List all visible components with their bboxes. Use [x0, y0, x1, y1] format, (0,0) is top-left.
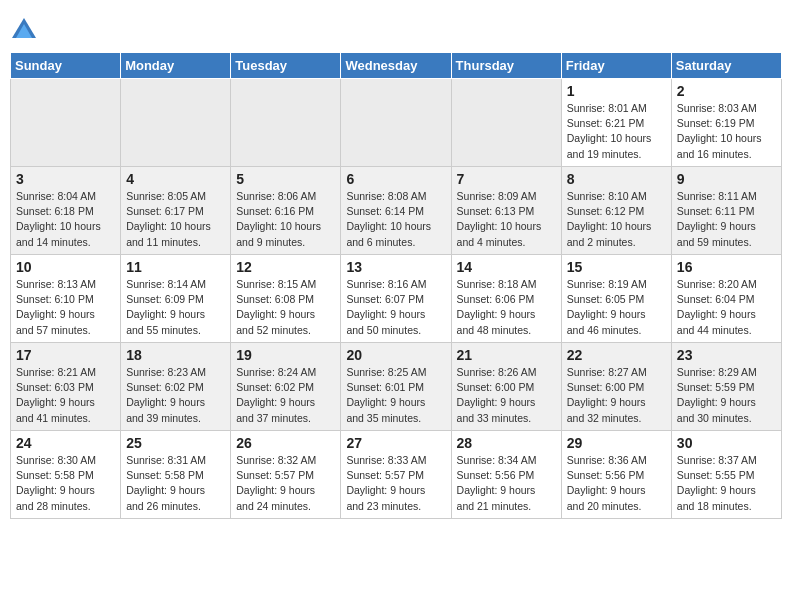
day-info: Sunrise: 8:04 AMSunset: 6:18 PMDaylight:… [16, 189, 115, 250]
day-number: 3 [16, 171, 115, 187]
day-info: Sunrise: 8:36 AMSunset: 5:56 PMDaylight:… [567, 453, 666, 514]
day-number: 28 [457, 435, 556, 451]
day-number: 9 [677, 171, 776, 187]
day-info: Sunrise: 8:08 AMSunset: 6:14 PMDaylight:… [346, 189, 445, 250]
day-number: 16 [677, 259, 776, 275]
calendar-cell: 12Sunrise: 8:15 AMSunset: 6:08 PMDayligh… [231, 255, 341, 343]
day-number: 30 [677, 435, 776, 451]
calendar-cell [11, 79, 121, 167]
day-info: Sunrise: 8:30 AMSunset: 5:58 PMDaylight:… [16, 453, 115, 514]
calendar-cell [451, 79, 561, 167]
calendar-table: SundayMondayTuesdayWednesdayThursdayFrid… [10, 52, 782, 519]
day-info: Sunrise: 8:01 AMSunset: 6:21 PMDaylight:… [567, 101, 666, 162]
calendar-cell: 21Sunrise: 8:26 AMSunset: 6:00 PMDayligh… [451, 343, 561, 431]
calendar-cell: 4Sunrise: 8:05 AMSunset: 6:17 PMDaylight… [121, 167, 231, 255]
calendar-header-row: SundayMondayTuesdayWednesdayThursdayFrid… [11, 53, 782, 79]
day-number: 13 [346, 259, 445, 275]
calendar-cell: 5Sunrise: 8:06 AMSunset: 6:16 PMDaylight… [231, 167, 341, 255]
day-number: 26 [236, 435, 335, 451]
day-header-friday: Friday [561, 53, 671, 79]
day-number: 20 [346, 347, 445, 363]
day-number: 10 [16, 259, 115, 275]
day-info: Sunrise: 8:27 AMSunset: 6:00 PMDaylight:… [567, 365, 666, 426]
calendar-week-2: 3Sunrise: 8:04 AMSunset: 6:18 PMDaylight… [11, 167, 782, 255]
day-number: 4 [126, 171, 225, 187]
day-info: Sunrise: 8:31 AMSunset: 5:58 PMDaylight:… [126, 453, 225, 514]
calendar-cell: 3Sunrise: 8:04 AMSunset: 6:18 PMDaylight… [11, 167, 121, 255]
day-number: 15 [567, 259, 666, 275]
day-number: 7 [457, 171, 556, 187]
calendar-week-1: 1Sunrise: 8:01 AMSunset: 6:21 PMDaylight… [11, 79, 782, 167]
day-header-thursday: Thursday [451, 53, 561, 79]
day-number: 11 [126, 259, 225, 275]
calendar-cell: 2Sunrise: 8:03 AMSunset: 6:19 PMDaylight… [671, 79, 781, 167]
calendar-cell: 28Sunrise: 8:34 AMSunset: 5:56 PMDayligh… [451, 431, 561, 519]
calendar-cell: 15Sunrise: 8:19 AMSunset: 6:05 PMDayligh… [561, 255, 671, 343]
day-info: Sunrise: 8:09 AMSunset: 6:13 PMDaylight:… [457, 189, 556, 250]
day-info: Sunrise: 8:05 AMSunset: 6:17 PMDaylight:… [126, 189, 225, 250]
calendar-cell: 7Sunrise: 8:09 AMSunset: 6:13 PMDaylight… [451, 167, 561, 255]
day-number: 17 [16, 347, 115, 363]
calendar-cell: 25Sunrise: 8:31 AMSunset: 5:58 PMDayligh… [121, 431, 231, 519]
calendar-cell: 6Sunrise: 8:08 AMSunset: 6:14 PMDaylight… [341, 167, 451, 255]
calendar-cell: 27Sunrise: 8:33 AMSunset: 5:57 PMDayligh… [341, 431, 451, 519]
calendar-cell: 20Sunrise: 8:25 AMSunset: 6:01 PMDayligh… [341, 343, 451, 431]
day-info: Sunrise: 8:34 AMSunset: 5:56 PMDaylight:… [457, 453, 556, 514]
calendar-week-3: 10Sunrise: 8:13 AMSunset: 6:10 PMDayligh… [11, 255, 782, 343]
day-info: Sunrise: 8:10 AMSunset: 6:12 PMDaylight:… [567, 189, 666, 250]
day-number: 14 [457, 259, 556, 275]
calendar-week-5: 24Sunrise: 8:30 AMSunset: 5:58 PMDayligh… [11, 431, 782, 519]
day-number: 22 [567, 347, 666, 363]
day-info: Sunrise: 8:37 AMSunset: 5:55 PMDaylight:… [677, 453, 776, 514]
day-info: Sunrise: 8:21 AMSunset: 6:03 PMDaylight:… [16, 365, 115, 426]
day-number: 24 [16, 435, 115, 451]
day-number: 25 [126, 435, 225, 451]
logo: ​ [10, 16, 42, 44]
calendar-cell: 23Sunrise: 8:29 AMSunset: 5:59 PMDayligh… [671, 343, 781, 431]
calendar-cell: 16Sunrise: 8:20 AMSunset: 6:04 PMDayligh… [671, 255, 781, 343]
day-info: Sunrise: 8:03 AMSunset: 6:19 PMDaylight:… [677, 101, 776, 162]
day-info: Sunrise: 8:25 AMSunset: 6:01 PMDaylight:… [346, 365, 445, 426]
day-header-tuesday: Tuesday [231, 53, 341, 79]
day-number: 12 [236, 259, 335, 275]
calendar-cell: 22Sunrise: 8:27 AMSunset: 6:00 PMDayligh… [561, 343, 671, 431]
day-info: Sunrise: 8:06 AMSunset: 6:16 PMDaylight:… [236, 189, 335, 250]
calendar-cell: 29Sunrise: 8:36 AMSunset: 5:56 PMDayligh… [561, 431, 671, 519]
day-info: Sunrise: 8:24 AMSunset: 6:02 PMDaylight:… [236, 365, 335, 426]
calendar-cell: 9Sunrise: 8:11 AMSunset: 6:11 PMDaylight… [671, 167, 781, 255]
day-number: 1 [567, 83, 666, 99]
day-info: Sunrise: 8:13 AMSunset: 6:10 PMDaylight:… [16, 277, 115, 338]
calendar-cell: 1Sunrise: 8:01 AMSunset: 6:21 PMDaylight… [561, 79, 671, 167]
calendar-cell: 30Sunrise: 8:37 AMSunset: 5:55 PMDayligh… [671, 431, 781, 519]
calendar-cell: 14Sunrise: 8:18 AMSunset: 6:06 PMDayligh… [451, 255, 561, 343]
day-info: Sunrise: 8:14 AMSunset: 6:09 PMDaylight:… [126, 277, 225, 338]
day-header-wednesday: Wednesday [341, 53, 451, 79]
day-info: Sunrise: 8:16 AMSunset: 6:07 PMDaylight:… [346, 277, 445, 338]
calendar-cell: 24Sunrise: 8:30 AMSunset: 5:58 PMDayligh… [11, 431, 121, 519]
calendar-cell: 19Sunrise: 8:24 AMSunset: 6:02 PMDayligh… [231, 343, 341, 431]
day-number: 29 [567, 435, 666, 451]
day-number: 18 [126, 347, 225, 363]
day-number: 5 [236, 171, 335, 187]
day-number: 21 [457, 347, 556, 363]
day-info: Sunrise: 8:15 AMSunset: 6:08 PMDaylight:… [236, 277, 335, 338]
day-header-saturday: Saturday [671, 53, 781, 79]
day-number: 6 [346, 171, 445, 187]
calendar-cell: 13Sunrise: 8:16 AMSunset: 6:07 PMDayligh… [341, 255, 451, 343]
day-number: 2 [677, 83, 776, 99]
day-number: 19 [236, 347, 335, 363]
calendar-cell [121, 79, 231, 167]
day-info: Sunrise: 8:20 AMSunset: 6:04 PMDaylight:… [677, 277, 776, 338]
calendar-cell: 8Sunrise: 8:10 AMSunset: 6:12 PMDaylight… [561, 167, 671, 255]
day-info: Sunrise: 8:19 AMSunset: 6:05 PMDaylight:… [567, 277, 666, 338]
calendar-cell [231, 79, 341, 167]
day-info: Sunrise: 8:23 AMSunset: 6:02 PMDaylight:… [126, 365, 225, 426]
day-number: 27 [346, 435, 445, 451]
day-header-monday: Monday [121, 53, 231, 79]
day-header-sunday: Sunday [11, 53, 121, 79]
day-info: Sunrise: 8:11 AMSunset: 6:11 PMDaylight:… [677, 189, 776, 250]
page-header: ​ [10, 10, 782, 44]
calendar-cell: 11Sunrise: 8:14 AMSunset: 6:09 PMDayligh… [121, 255, 231, 343]
day-number: 8 [567, 171, 666, 187]
day-info: Sunrise: 8:32 AMSunset: 5:57 PMDaylight:… [236, 453, 335, 514]
